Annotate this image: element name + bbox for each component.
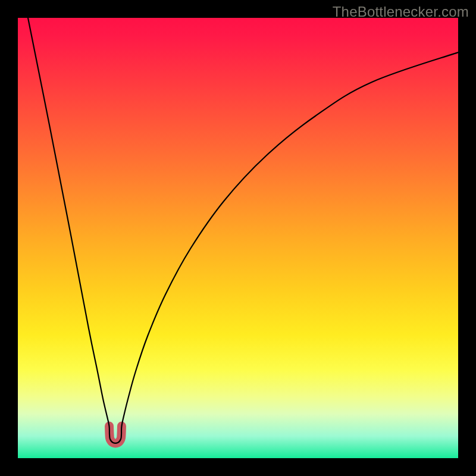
attribution-text: TheBottlenecker.com — [333, 4, 469, 20]
chart-svg — [0, 0, 476, 476]
plot-background — [18, 18, 458, 458]
chart-stage: TheBottlenecker.com — [0, 0, 476, 476]
